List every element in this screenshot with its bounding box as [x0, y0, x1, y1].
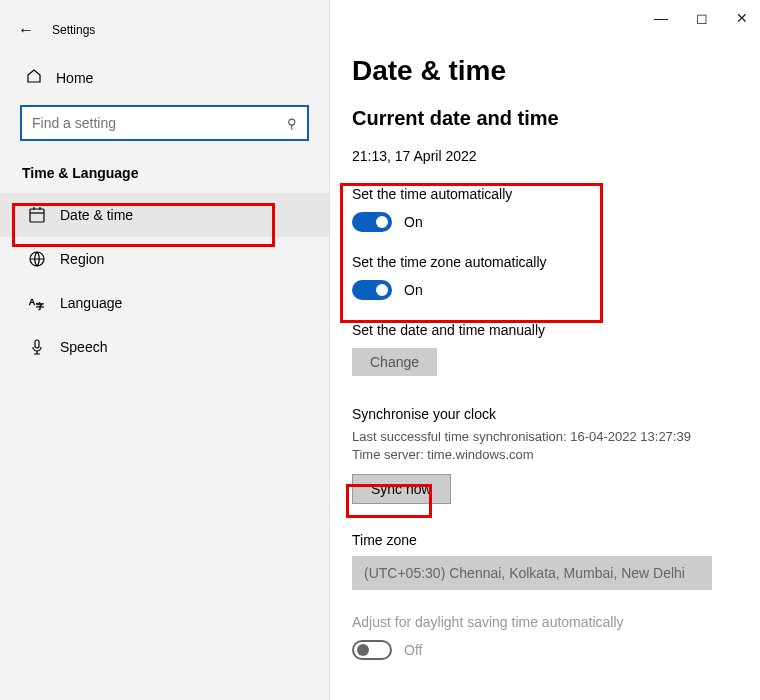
nav-date-time[interactable]: Date & time: [0, 193, 329, 237]
search-input-container[interactable]: ⚲: [20, 105, 309, 141]
page-title: Date & time: [352, 55, 738, 87]
nav-region[interactable]: Region: [0, 237, 329, 281]
sync-title: Synchronise your clock: [352, 406, 738, 422]
nav-speech-label: Speech: [60, 339, 107, 355]
svg-text:A: A: [29, 297, 35, 307]
nav-language[interactable]: A字 Language: [0, 281, 329, 325]
globe-icon: [28, 250, 46, 268]
category-header: Time & Language: [0, 159, 329, 193]
nav-language-label: Language: [60, 295, 122, 311]
sidebar: ← Settings Home ⚲ Time & Language Date &…: [0, 0, 330, 700]
search-icon: ⚲: [287, 116, 297, 131]
current-datetime: 21:13, 17 April 2022: [352, 148, 738, 164]
auto-tz-label: Set the time zone automatically: [352, 254, 738, 270]
nav-region-label: Region: [60, 251, 104, 267]
sync-server: Time server: time.windows.com: [352, 446, 738, 464]
auto-tz-toggle[interactable]: [352, 280, 392, 300]
nav-speech[interactable]: Speech: [0, 325, 329, 369]
svg-rect-0: [30, 209, 44, 222]
home-icon: [26, 68, 42, 87]
dst-state: Off: [404, 642, 422, 658]
auto-time-toggle-row: On: [352, 212, 738, 232]
dst-toggle-row: Off: [352, 640, 738, 660]
auto-time-toggle[interactable]: [352, 212, 392, 232]
dst-toggle: [352, 640, 392, 660]
tz-select: (UTC+05:30) Chennai, Kolkata, Mumbai, Ne…: [352, 556, 712, 590]
main-content: ― ◻ ✕ Date & time Current date and time …: [330, 0, 760, 700]
nav-date-time-label: Date & time: [60, 207, 133, 223]
sync-now-button[interactable]: Sync now: [352, 474, 451, 504]
svg-text:字: 字: [36, 302, 44, 311]
sync-info: Last successful time synchronisation: 16…: [352, 428, 738, 464]
search-input[interactable]: [32, 115, 271, 131]
manual-label: Set the date and time manually: [352, 322, 738, 338]
page-subtitle: Current date and time: [352, 107, 738, 130]
maximize-icon[interactable]: ◻: [696, 10, 708, 26]
auto-tz-state: On: [404, 282, 423, 298]
change-button: Change: [352, 348, 437, 376]
home-label: Home: [56, 70, 93, 86]
tz-title: Time zone: [352, 532, 738, 548]
toggle-knob: [376, 284, 388, 296]
microphone-icon: [28, 338, 46, 356]
calendar-icon: [28, 206, 46, 224]
dst-label: Adjust for daylight saving time automati…: [352, 614, 738, 630]
language-icon: A字: [28, 294, 46, 312]
back-icon[interactable]: ←: [18, 21, 34, 39]
auto-tz-toggle-row: On: [352, 280, 738, 300]
home-nav[interactable]: Home: [0, 56, 329, 99]
close-icon[interactable]: ✕: [736, 10, 748, 26]
app-title: Settings: [52, 23, 95, 37]
titlebar-left: ← Settings: [0, 10, 329, 50]
toggle-knob: [376, 216, 388, 228]
window-controls: ― ◻ ✕: [654, 10, 748, 26]
auto-time-state: On: [404, 214, 423, 230]
minimize-icon[interactable]: ―: [654, 10, 668, 26]
toggle-knob: [357, 644, 369, 656]
sync-last: Last successful time synchronisation: 16…: [352, 428, 738, 446]
svg-rect-7: [35, 340, 39, 348]
auto-time-label: Set the time automatically: [352, 186, 738, 202]
